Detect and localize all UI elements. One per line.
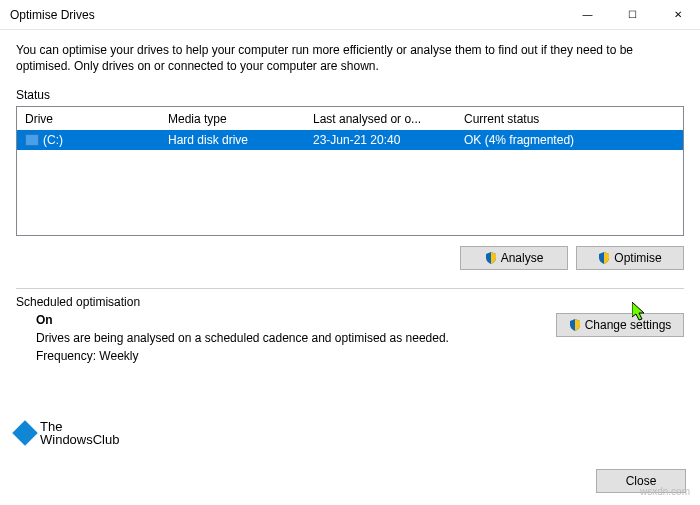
shield-icon <box>598 252 610 264</box>
column-drive[interactable]: Drive <box>17 107 160 130</box>
change-settings-button[interactable]: Change settings <box>556 313 684 337</box>
cell-media: Hard disk drive <box>160 131 305 149</box>
scheduled-description: Drives are being analysed on a scheduled… <box>36 331 536 345</box>
content-area: You can optimise your drives to help you… <box>0 30 700 461</box>
scheduled-info: On Drives are being analysed on a schedu… <box>16 313 536 363</box>
cell-status: OK (4% fragmented) <box>456 131 683 149</box>
window-title: Optimise Drives <box>10 8 565 22</box>
drive-icon <box>25 134 39 146</box>
footer: Close <box>0 461 700 505</box>
scheduled-frequency: Frequency: Weekly <box>36 349 536 363</box>
drive-name: (C:) <box>43 133 63 147</box>
branding: TheWindowsClub <box>16 414 684 453</box>
column-current-status[interactable]: Current status <box>456 107 683 130</box>
scheduled-label: Scheduled optimisation <box>16 295 684 309</box>
maximize-button[interactable]: ☐ <box>610 0 655 30</box>
analyse-button[interactable]: Analyse <box>460 246 568 270</box>
titlebar: Optimise Drives — ☐ ✕ <box>0 0 700 30</box>
scheduled-status: On <box>36 313 536 327</box>
cell-drive: (C:) <box>17 131 160 149</box>
watermark: wsxdn.com <box>640 486 690 497</box>
cell-last: 23-Jun-21 20:40 <box>305 131 456 149</box>
close-window-button[interactable]: ✕ <box>655 0 700 30</box>
intro-text: You can optimise your drives to help you… <box>16 42 684 74</box>
drives-listview[interactable]: Drive Media type Last analysed or o... C… <box>16 106 684 236</box>
shield-icon <box>485 252 497 264</box>
status-label: Status <box>16 88 684 102</box>
scheduled-section: On Drives are being analysed on a schedu… <box>16 313 684 363</box>
optimise-button[interactable]: Optimise <box>576 246 684 270</box>
table-row[interactable]: (C:) Hard disk drive 23-Jun-21 20:40 OK … <box>17 130 683 150</box>
divider <box>16 288 684 289</box>
column-media-type[interactable]: Media type <box>160 107 305 130</box>
brand-text: TheWindowsClub <box>40 420 119 447</box>
shield-icon <box>569 319 581 331</box>
listview-header: Drive Media type Last analysed or o... C… <box>17 107 683 130</box>
action-buttons: Analyse Optimise <box>16 246 684 270</box>
brand-logo-icon <box>12 421 37 446</box>
minimize-button[interactable]: — <box>565 0 610 30</box>
column-last-analysed[interactable]: Last analysed or o... <box>305 107 456 130</box>
